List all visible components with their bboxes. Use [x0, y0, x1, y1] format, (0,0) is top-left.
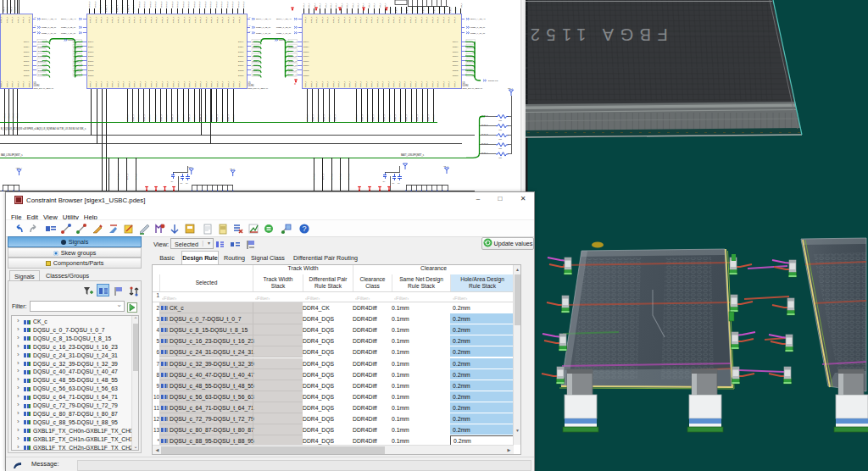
svg-text:RQBL_1_JS_J7: RQBL_1_JS_J7: [276, 26, 292, 29]
svg-text:DM_3: DM_3: [443, 7, 446, 13]
svg-text:VQ_1: VQ_1: [325, 3, 327, 8]
svg-text:DQ66: DQ66: [453, 55, 459, 58]
svg-text:VQ_1: VQ_1: [373, 3, 376, 8]
svg-text:BA1_L: BA1_L: [331, 173, 333, 180]
svg-text:RQBL_4_JK_J7: RQBL_4_JK_J7: [470, 32, 486, 35]
svg-text:DQS_3: DQS_3: [227, 114, 230, 121]
svg-text:A7: A7: [248, 25, 251, 26]
svg-text:DQ71: DQ71: [238, 60, 244, 63]
svg-text:VDQ_2: VDQ_2: [242, 1, 245, 8]
svg-text:DQS_3: DQS_3: [132, 114, 135, 121]
svg-text:DQ49: DQ49: [238, 41, 244, 43]
svg-text:RQBL_4_JK_J7: RQBL_4_JK_J7: [61, 32, 76, 35]
svg-text:DQ54: DQ54: [238, 46, 244, 48]
svg-text:DQ82: DQ82: [88, 69, 94, 72]
svg-text:DQ[56-63]: DQ[56-63]: [488, 80, 498, 82]
svg-text:VQ_1: VQ_1: [330, 3, 332, 8]
svg-text:DQ82: DQ82: [238, 69, 244, 72]
svg-text:DQ66: DQ66: [88, 55, 94, 58]
svg-text:SMLL_A_JS_A7: SMLL_A_JS_A7: [256, 18, 271, 20]
svg-text:DQS_3: DQS_3: [137, 114, 140, 121]
svg-text:DQS_3: DQS_3: [182, 114, 185, 121]
svg-text:VQ_1: VQ_1: [346, 3, 348, 8]
svg-text:DQS_3: DQS_3: [323, 114, 326, 121]
svg-text:DML_1: DML_1: [105, 5, 108, 12]
svg-text:DQS_3: DQS_3: [176, 114, 179, 121]
svg-text:A7: A7: [34, 25, 36, 26]
svg-text:BA3_L3SL8PQM3T_s: BA3_L3SL8PQM3T_s: [1, 153, 23, 157]
svg-text:DQS_3: DQS_3: [405, 114, 408, 121]
svg-text:VDQ_2: VDQ_2: [154, 1, 157, 8]
svg-text:DQ54: DQ54: [453, 46, 459, 48]
svg-text:RQBL_4_JK_J7: RQBL_4_JK_J7: [42, 32, 57, 35]
svg-text:4R7: 4R7: [498, 147, 503, 149]
svg-text:DQ[0-7]: DQ[0-7]: [279, 39, 287, 42]
svg-text:VDQ_2: VDQ_2: [215, 1, 218, 8]
svg-text:DQ66: DQ66: [24, 55, 30, 58]
svg-text:BA1_L: BA1_L: [108, 173, 110, 180]
svg-text:VDQ_2: VDQ_2: [237, 1, 240, 8]
svg-text:BA1_L: BA1_L: [135, 173, 137, 180]
svg-text:4R7: 4R7: [498, 157, 503, 158]
svg-text:DQ88: DQ88: [88, 75, 94, 77]
svg-text:VQ_1: VQ_1: [352, 3, 354, 8]
svg-text:DML_1: DML_1: [121, 5, 124, 12]
svg-text:C4: C4: [181, 182, 184, 184]
svg-text:DQ54: DQ54: [88, 46, 94, 48]
svg-text:DM_3: DM_3: [400, 7, 403, 13]
svg-text:BA1_L: BA1_L: [348, 173, 350, 180]
svg-text:VQ_L: VQ_L: [10, 6, 13, 12]
svg-text:DQ88: DQ88: [453, 75, 459, 77]
svg-text:VDQ_2: VDQ_2: [165, 1, 168, 8]
svg-text:VQ_1: VQ_1: [303, 3, 305, 8]
svg-text:DQS_3: DQS_3: [193, 114, 196, 121]
svg-text:BA1_L: BA1_L: [322, 173, 325, 180]
svg-text:DQS_3: DQS_3: [160, 114, 163, 121]
svg-text:RA3_2: RA3_2: [481, 133, 488, 136]
svg-text:VDQ_2: VDQ_2: [193, 1, 196, 8]
svg-text:DQS_3: DQS_3: [377, 114, 380, 121]
svg-text:VD_2: VD_2: [3, 113, 6, 119]
svg-text:DQS_3: DQS_3: [399, 114, 402, 121]
svg-text:VDQ_2: VDQ_2: [88, 1, 91, 8]
svg-text:DQ49: DQ49: [303, 41, 309, 43]
svg-text:SMLL_A_JS_A7: SMLL_A_JS_A7: [470, 18, 486, 20]
svg-text:4R7: 4R7: [498, 119, 503, 121]
svg-text:DQS_3: DQS_3: [383, 114, 386, 121]
svg-text:DM_3: DM_3: [395, 7, 398, 13]
svg-text:VQ_L: VQ_L: [6, 6, 8, 12]
svg-text:DQ[0-7]: DQ[0-7]: [69, 39, 76, 42]
svg-text:RA3_4: RA3_4: [481, 152, 488, 154]
svg-text:DM_3: DM_3: [427, 7, 430, 13]
svg-text:DQS_3: DQS_3: [232, 114, 235, 121]
svg-text:DQ49: DQ49: [24, 41, 30, 43]
svg-text:DQ71: DQ71: [88, 60, 94, 63]
svg-text:DQS_3: DQS_3: [188, 114, 191, 121]
svg-text:VQ_1: VQ_1: [368, 3, 370, 8]
svg-text:DQ82: DQ82: [453, 69, 459, 72]
svg-text:VQ_1: VQ_1: [379, 3, 381, 8]
svg-text:BA1_L: BA1_L: [117, 173, 120, 180]
svg-text:DQS_3: DQS_3: [334, 114, 337, 121]
svg-text:VQ_1: VQ_1: [460, 3, 463, 8]
svg-text:VD_2: VD_2: [8, 113, 10, 119]
svg-text:DQ71: DQ71: [303, 60, 309, 63]
svg-text:VQ_L: VQ_L: [14, 6, 16, 12]
svg-text:DQS_3: DQS_3: [416, 114, 419, 121]
svg-text:VDQ_2: VDQ_2: [187, 1, 190, 8]
svg-text:DQ60: DQ60: [24, 51, 30, 53]
svg-text:DML_1: DML_1: [116, 5, 119, 12]
svg-text:DQ49: DQ49: [88, 41, 94, 43]
svg-text:VQ_1: VQ_1: [308, 3, 310, 8]
svg-text:VQ_L: VQ_L: [3, 6, 5, 12]
svg-text:DM_3: DM_3: [454, 7, 457, 13]
svg-text:DQ88: DQ88: [24, 75, 30, 77]
svg-text:DQS_3: DQS_3: [143, 114, 146, 121]
svg-text:VDQ_2: VDQ_2: [94, 1, 97, 8]
svg-text:DML_1: DML_1: [110, 5, 113, 12]
svg-text:VDQ_2: VDQ_2: [138, 1, 141, 8]
svg-text:DQ49: DQ49: [453, 41, 459, 43]
svg-text:C4: C4: [383, 180, 387, 182]
svg-text:BA1_L: BA1_L: [126, 173, 129, 180]
svg-text:DQS_3: DQS_3: [372, 114, 375, 121]
